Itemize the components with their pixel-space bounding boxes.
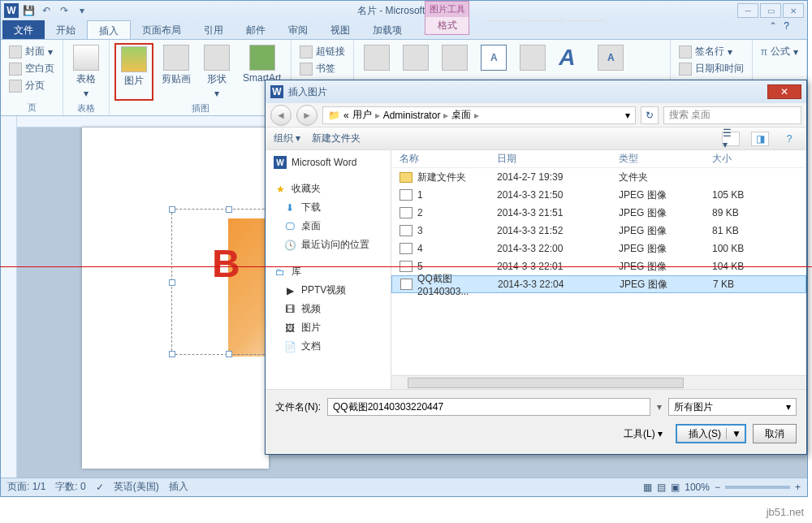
refresh-button[interactable]: ↻ — [641, 106, 659, 124]
tab-insert[interactable]: 插入 — [87, 20, 131, 39]
view-mode-button[interactable]: ☰ ▾ — [722, 132, 740, 146]
footer-button[interactable] — [398, 43, 434, 72]
horizontal-scrollbar[interactable] — [391, 375, 806, 389]
file-row[interactable]: 32014-3-3 21:52JPEG 图像81 KB — [391, 222, 806, 240]
undo-icon[interactable]: ↶ — [38, 2, 54, 19]
tab-mail[interactable]: 邮件 — [235, 20, 277, 39]
tab-review[interactable]: 审阅 — [277, 20, 319, 39]
image-file-icon — [400, 207, 412, 218]
preview-pane-button[interactable]: ◨ — [751, 132, 769, 146]
file-row[interactable]: QQ截图20140303...2014-3-3 22:04JPEG 图像7 KB — [391, 275, 806, 293]
proofing-icon[interactable]: ✓ — [96, 482, 104, 493]
tools-dropdown[interactable]: 工具(L) ▾ — [617, 426, 669, 443]
tab-home[interactable]: 开始 — [45, 20, 87, 39]
header-button[interactable] — [359, 43, 395, 72]
datetime-button[interactable]: 日期和时间 — [676, 60, 747, 77]
tab-addins[interactable]: 加载项 — [361, 20, 413, 39]
nav-downloads[interactable]: ⬇下载 — [269, 198, 387, 217]
image-file-icon — [400, 225, 412, 236]
dropcap-button[interactable]: A — [593, 43, 628, 72]
vertical-ruler[interactable] — [1, 116, 17, 478]
file-filter-combo[interactable]: 所有图片▾ — [668, 398, 797, 416]
group-label-pages: 页 — [6, 100, 58, 114]
zoom-level[interactable]: 100% — [685, 482, 710, 493]
dialog-title: 插入图片 — [288, 85, 327, 99]
quick-parts-button[interactable] — [515, 43, 551, 72]
hyperlink-button[interactable]: 超链接 — [296, 43, 348, 60]
col-name-header[interactable]: 名称 — [391, 150, 497, 167]
cancel-button[interactable]: 取消 — [753, 424, 797, 443]
tab-file[interactable]: 文件 — [2, 20, 45, 39]
organize-dropdown[interactable]: 组织 ▾ — [274, 132, 300, 145]
table-button[interactable]: 表格▾ — [68, 43, 104, 101]
group-label-tables: 表格 — [68, 101, 104, 115]
tab-layout[interactable]: 页面布局 — [131, 20, 192, 39]
zoom-out-button[interactable]: − — [715, 482, 720, 493]
nav-forward-button[interactable]: ► — [296, 105, 317, 126]
tab-references[interactable]: 引用 — [192, 20, 235, 39]
wordart-button[interactable]: A — [554, 43, 590, 72]
filename-input[interactable] — [327, 398, 650, 416]
word-count[interactable]: 字数: 0 — [55, 480, 85, 494]
insert-button[interactable]: 插入(S)▼ — [676, 424, 746, 443]
insert-mode[interactable]: 插入 — [169, 480, 188, 494]
bookmark-button[interactable]: 书签 — [296, 60, 348, 77]
shapes-button[interactable]: 形状▾ — [199, 43, 235, 101]
nav-back-button[interactable]: ◄ — [270, 105, 292, 126]
zoom-slider[interactable] — [725, 486, 790, 489]
file-row[interactable]: 12014-3-3 21:50JPEG 图像105 KB — [391, 186, 806, 204]
nav-pictures[interactable]: 🖼图片 — [269, 318, 387, 337]
folder-row[interactable]: 新建文件夹2014-2-7 19:39文件夹 — [391, 168, 806, 186]
view-print-icon[interactable]: ▦ — [643, 482, 652, 493]
folder-icon: 📁 — [328, 110, 340, 121]
page: B — [82, 128, 269, 469]
blank-page-button[interactable]: 空白页 — [6, 60, 58, 77]
language-indicator[interactable]: 英语(美国) — [114, 480, 159, 494]
nav-word[interactable]: WMicrosoft Word — [269, 153, 387, 171]
text-box-button[interactable]: A — [476, 43, 512, 72]
insert-picture-button[interactable]: 图片 — [114, 43, 153, 101]
col-date-header[interactable]: 日期 — [497, 150, 619, 167]
navigation-pane: WMicrosoft Word ★收藏夹 ⬇下载 🖵桌面 🕓最近访问的位置 🗀库… — [266, 150, 391, 389]
file-row[interactable]: 42014-3-3 22:00JPEG 图像100 KB — [391, 240, 806, 257]
help-icon[interactable]: ? — [784, 20, 789, 39]
save-icon[interactable]: 💾 — [20, 2, 37, 19]
context-tool-tab[interactable]: 图片工具 格式 — [425, 1, 469, 35]
new-folder-button[interactable]: 新建文件夹 — [312, 132, 361, 145]
nav-libraries[interactable]: 🗀库 — [269, 262, 387, 281]
redo-icon[interactable]: ↷ — [56, 2, 72, 19]
status-bar: 页面: 1/1 字数: 0 ✓ 英语(美国) 插入 ▦ ▤ ▣ 100% − + — [1, 478, 807, 495]
maximize-button[interactable]: ▭ — [760, 3, 781, 18]
nav-pptv[interactable]: ▶PPTV视频 — [269, 281, 387, 300]
file-row[interactable]: 22014-3-3 21:51JPEG 图像89 KB — [391, 204, 806, 222]
title-bar: W 💾 ↶ ↷ ▾ 名片 - Microsoft Word 图片工具 格式 ─ … — [1, 1, 807, 20]
search-input[interactable]: 搜索 桌面 — [663, 106, 801, 124]
tab-view[interactable]: 视图 — [319, 20, 361, 39]
col-type-header[interactable]: 类型 — [619, 150, 712, 167]
minimize-ribbon-icon[interactable]: ⌃ — [769, 20, 777, 39]
view-read-icon[interactable]: ▤ — [657, 482, 666, 493]
minimize-button[interactable]: ─ — [737, 3, 758, 18]
close-button[interactable]: ✕ — [783, 3, 804, 18]
page-number-button[interactable] — [437, 43, 473, 72]
nav-favorites[interactable]: ★收藏夹 — [269, 179, 387, 198]
image-file-icon — [400, 279, 412, 290]
help-button[interactable]: ? — [780, 132, 798, 146]
signature-button[interactable]: 签名行 ▾ — [676, 43, 747, 60]
cover-page-button[interactable]: 封面 ▾ — [6, 43, 58, 60]
page-break-button[interactable]: 分页 — [6, 77, 58, 94]
view-web-icon[interactable]: ▣ — [671, 482, 680, 493]
clipart-button[interactable]: 剪贴画 — [157, 43, 196, 101]
nav-recent[interactable]: 🕓最近访问的位置 — [269, 236, 387, 254]
zoom-in-button[interactable]: + — [795, 482, 801, 493]
nav-documents[interactable]: 📄文档 — [269, 337, 387, 356]
nav-desktop[interactable]: 🖵桌面 — [269, 217, 387, 236]
equation-button[interactable]: π 公式 ▾ — [758, 43, 801, 60]
dialog-close-button[interactable]: ✕ — [767, 84, 801, 99]
watermark: jb51.net — [767, 506, 804, 518]
nav-video[interactable]: 🎞视频 — [269, 300, 387, 318]
breadcrumb[interactable]: 📁 « 用户▸ Administrator▸ 桌面▸ ▾ — [322, 106, 636, 124]
col-size-header[interactable]: 大小 — [712, 150, 806, 167]
qat-dropdown-icon[interactable]: ▾ — [74, 2, 90, 19]
page-indicator[interactable]: 页面: 1/1 — [7, 480, 45, 494]
